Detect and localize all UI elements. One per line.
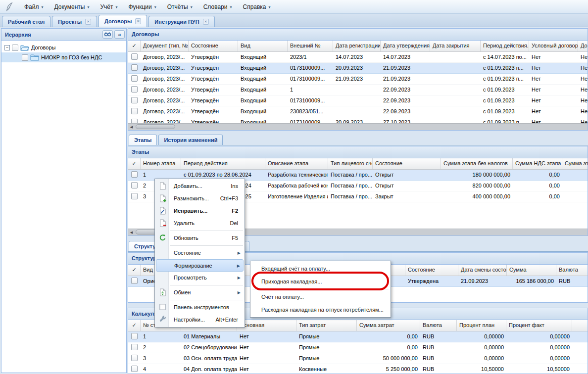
row-checkbox[interactable] [131,86,138,93]
column-header[interactable]: Период действия.. [481,41,529,51]
row-checkbox[interactable] [131,366,138,372]
column-header[interactable] [572,320,588,331]
context-menu-item[interactable]: Размножить...Ctrl+F3 [156,192,244,205]
table-row[interactable]: Договор, 2023/...УтверждёнВходящий017310… [128,63,588,74]
close-icon[interactable]: ✕ [85,19,91,25]
submenu-item-annotated[interactable]: Приходная накладная... [250,275,391,288]
menubar-item[interactable]: Файл▾ [19,1,49,12]
close-icon[interactable]: ✕ [203,19,209,25]
column-header[interactable]: ✓ [128,320,141,331]
row-checkbox[interactable] [131,108,138,114]
context-menu-item[interactable]: Настройки...Alt+Enter [156,314,244,326]
row-checkbox[interactable] [131,193,138,199]
column-header[interactable]: Валюта [420,320,457,331]
context-menu-item[interactable]: Состояние▶ [156,247,244,259]
column-header[interactable]: Состояние [373,158,441,169]
column-header[interactable]: Условный договор [529,41,578,51]
column-header[interactable]: Внешний № [288,41,333,51]
column-header[interactable]: Состояние [405,265,458,276]
row-checkbox[interactable] [131,355,138,361]
column-header[interactable]: Номер этапа [141,158,181,169]
table-row[interactable]: Договор, 2023/...УтверждёнВходящий017310… [128,74,588,85]
tree-node[interactable]: −Договоры [1,43,126,52]
table-row[interactable]: 303 Осн. оплата трудаНетПрямые50 000 000… [128,353,588,364]
collapse-button[interactable]: « [114,30,125,39]
context-menu-item[interactable]: Исправить...F2 [156,205,244,217]
context-menu-item[interactable]: Обмен▶ [156,286,244,299]
column-header[interactable]: Дата утверждения [381,41,430,51]
column-header[interactable]: Сумма НДС этапа [513,158,562,169]
row-checkbox[interactable] [131,171,138,178]
column-header[interactable]: Сумма эт [562,158,588,169]
horizontal-scrollbar[interactable]: ◀ [128,123,588,130]
column-header[interactable]: Процент план [457,320,506,331]
column-header[interactable]: Основная [237,320,296,331]
menubar-item[interactable]: Словари▾ [198,1,238,12]
submenu-item[interactable]: Входящий счёт на оплату... [250,262,391,275]
column-header[interactable]: Сумма этапа без налогов [441,158,513,169]
column-header[interactable]: Дог [578,41,588,51]
scrollbar-thumb[interactable] [136,124,175,129]
submenu-item[interactable]: Расходная накладная на отпуск потребител… [250,303,391,316]
table-row[interactable]: 202 СпецоборудованиеНетПрямые0,00RUB0,00… [128,342,588,353]
column-header[interactable]: ✓ [128,265,141,276]
column-header[interactable]: Тип лицевого счёт [328,158,373,169]
column-header[interactable]: ✓ [128,158,141,169]
row-checkbox[interactable] [131,53,138,60]
column-header[interactable]: Вид [238,41,288,51]
column-header[interactable]: Валюта [556,265,588,276]
menubar-item[interactable]: Документы▾ [49,1,95,12]
main-tab[interactable]: Договоры✕ [98,15,147,27]
column-header[interactable]: ✓ [128,41,141,51]
context-menu-item[interactable]: Панель инструментов [156,301,244,314]
menubar-item[interactable]: Функции▾ [123,1,161,12]
row-checkbox[interactable] [131,278,138,284]
main-tab[interactable]: Инструкции ПУП✕ [148,16,214,27]
column-header[interactable]: Описание этапа [265,158,328,169]
refresh-icon [159,234,167,242]
context-menu-item[interactable]: Формирование▶ [156,259,244,272]
scroll-left-icon[interactable]: ◀ [128,124,135,130]
column-header[interactable]: Период действия [181,158,265,169]
column-header[interactable]: Сумма [507,265,556,276]
menubar-item[interactable]: Учёт▾ [95,1,123,12]
main-tab[interactable]: Рабочий стол [2,16,50,27]
context-menu-item[interactable]: УдалитьDel [156,217,244,230]
column-header[interactable]: Документ (тип, № [141,41,189,51]
tree-checkbox[interactable] [22,54,28,61]
tree-node[interactable]: НИОКР по ГОЗ без НДС [1,52,126,62]
menubar-item[interactable]: Отчёты▾ [162,1,198,12]
context-menu-item[interactable]: Просмотреть▶ [156,272,244,284]
row-checkbox[interactable] [131,64,138,71]
tree-checkbox[interactable] [12,45,18,51]
table-row[interactable]: 404 Доп. оплата трудаНетКосвенные5 250 0… [128,364,588,374]
row-checkbox[interactable] [131,333,138,339]
context-menu-item[interactable]: ОбновитьF5 [156,232,244,244]
row-checkbox[interactable] [131,75,138,82]
menubar-item[interactable]: Справка▾ [237,1,276,12]
close-icon[interactable]: ✕ [135,18,141,24]
scroll-left-icon[interactable]: ◀ [128,229,135,235]
stages-subtab[interactable]: Этапы [129,135,157,145]
column-header[interactable]: Сумма затрат [357,320,420,331]
binoculars-button[interactable] [102,30,113,39]
column-header[interactable]: Дата регистрации. [333,41,381,51]
column-header[interactable]: Тип затрат [296,320,357,331]
table-row[interactable]: Договор, 2023/...УтверждёнВходящий230823… [128,106,588,117]
stages-subtab[interactable]: История изменений [158,135,223,145]
context-menu-item[interactable]: Добавить...Ins [156,180,244,192]
row-checkbox[interactable] [131,344,138,350]
row-checkbox[interactable] [131,97,138,103]
table-row[interactable]: Договор, 2023/...УтверждёнВходящий122.09… [128,85,588,95]
submenu-item[interactable]: Счёт на оплату... [250,290,391,303]
column-header[interactable]: Процент факт [506,320,572,331]
table-row[interactable]: 101 МатериалыНетПрямые0,00RUB0,000000,00… [128,331,588,342]
column-header[interactable]: Дата закрытия [430,41,481,51]
table-row[interactable]: Договор, 2023/...УтверждёнВходящий2023/1… [128,52,588,63]
main-tab[interactable]: Проекты✕ [52,16,97,27]
tree-expander-icon[interactable]: − [4,45,10,50]
row-checkbox[interactable] [131,182,138,188]
column-header[interactable]: Состояние [189,41,238,51]
table-row[interactable]: Договор, 2023/...УтверждёнВходящий017310… [128,95,588,106]
column-header[interactable]: Дата смены состоя [458,265,507,276]
